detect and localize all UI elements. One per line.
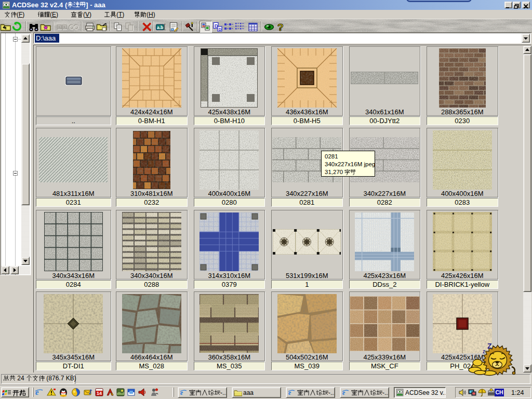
svg-text:Z: Z bbox=[487, 342, 492, 350]
svg-text:e: e bbox=[35, 388, 39, 396]
svg-text:14: 14 bbox=[97, 391, 102, 396]
svg-text:?: ? bbox=[277, 22, 284, 33]
svg-text:z: z bbox=[483, 349, 485, 354]
svg-text:a.b: a.b bbox=[157, 25, 163, 30]
svg-text:D: D bbox=[219, 27, 222, 32]
